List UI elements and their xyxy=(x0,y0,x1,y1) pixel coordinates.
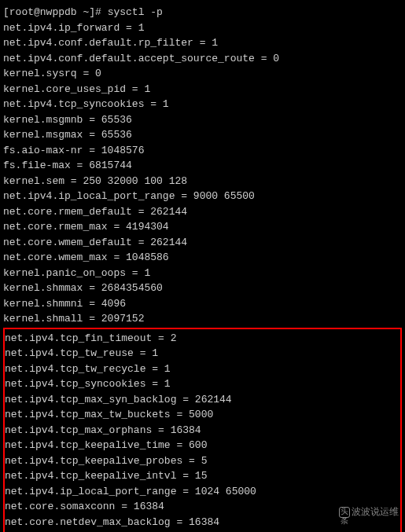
output-line: kernel.shmmax = 2684354560 xyxy=(3,281,402,296)
watermark-icon: 头条 xyxy=(339,507,350,518)
output-line: net.ipv4.conf.default.accept_source_rout… xyxy=(3,51,402,67)
output-line: kernel.core_uses_pid = 1 xyxy=(3,82,402,97)
highlighted-line: net.ipv4.tcp_keepalive_intvl = 15 xyxy=(5,468,400,484)
output-line: fs.aio-max-nr = 1048576 xyxy=(3,143,402,159)
output-line: net.core.rmem_default = 262144 xyxy=(3,204,402,220)
output-line: net.ipv4.ip_local_port_range = 9000 6550… xyxy=(3,189,402,204)
watermark-text: 波波说运维 xyxy=(352,505,399,519)
highlighted-line: net.ipv4.tcp_max_syn_backlog = 262144 xyxy=(5,392,400,408)
output-line: net.ipv4.ip_forward = 1 xyxy=(3,20,402,36)
highlighted-line: net.ipv4.tcp_syncookies = 1 xyxy=(5,376,400,392)
highlighted-line: net.ipv4.tcp_fin_timeout = 2 xyxy=(5,331,400,347)
output-line: kernel.sem = 250 32000 100 128 xyxy=(3,174,402,189)
output-line: net.core.wmem_max = 1048586 xyxy=(3,250,402,266)
output-line: kernel.shmall = 2097152 xyxy=(3,311,402,327)
output-block: net.ipv4.ip_forward = 1net.ipv4.conf.def… xyxy=(3,20,402,327)
highlighted-line: net.ipv4.tcp_max_orphans = 16384 xyxy=(5,423,400,438)
highlighted-line: net.ipv4.tcp_tw_recycle = 1 xyxy=(5,361,400,377)
output-line: fs.file-max = 6815744 xyxy=(3,158,402,174)
highlighted-line: net.ipv4.tcp_keepalive_probes = 5 xyxy=(5,453,400,469)
output-line: kernel.panic_on_oops = 1 xyxy=(3,266,402,281)
highlighted-line: net.ipv4.tcp_tw_reuse = 1 xyxy=(5,346,400,361)
command-text: sysctl -p xyxy=(108,6,163,18)
highlighted-line: net.ipv4.ip_local_port_range = 1024 6500… xyxy=(5,484,400,500)
output-line: kernel.msgmax = 65536 xyxy=(3,127,402,143)
output-line: net.ipv4.conf.default.rp_filter = 1 xyxy=(3,35,402,51)
highlighted-line: net.ipv4.tcp_max_tw_buckets = 5000 xyxy=(5,407,400,423)
highlighted-line: net.ipv4.tcp_keepalive_time = 600 xyxy=(5,438,400,453)
output-line: net.core.rmem_max = 4194304 xyxy=(3,219,402,235)
highlighted-output: net.ipv4.tcp_fin_timeout = 2net.ipv4.tcp… xyxy=(3,328,402,533)
watermark: 头条 波波说运维 xyxy=(339,505,399,519)
output-line: kernel.sysrq = 0 xyxy=(3,66,402,82)
output-line: kernel.shmmni = 4096 xyxy=(3,296,402,312)
prompt-line: [root@nwppdb ~]# sysctl -p xyxy=(3,5,402,20)
prompt: [root@nwppdb ~]# xyxy=(3,6,108,18)
output-line: net.core.wmem_default = 262144 xyxy=(3,235,402,251)
output-line: kernel.msgmnb = 65536 xyxy=(3,112,402,128)
output-line: net.ipv4.tcp_syncookies = 1 xyxy=(3,97,402,112)
